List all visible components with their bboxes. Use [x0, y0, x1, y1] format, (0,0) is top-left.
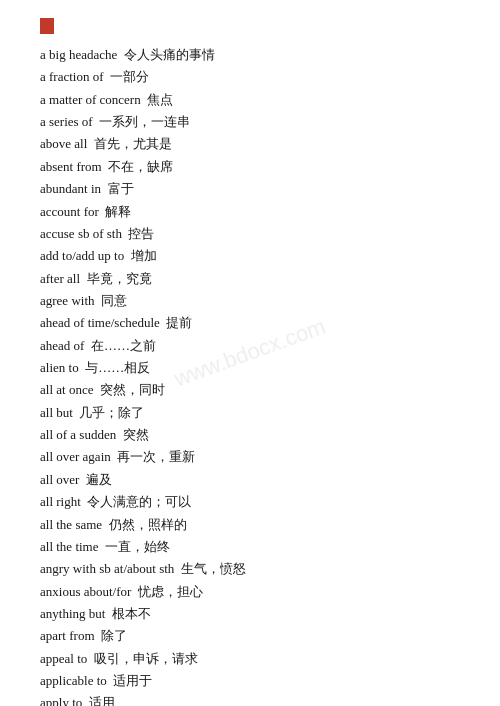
phrase-english: all the same	[40, 517, 109, 532]
phrase-chinese: 仍然，照样的	[109, 517, 187, 532]
phrase-chinese: 令人满意的；可以	[87, 494, 191, 509]
phrase-chinese: 适用	[89, 695, 115, 706]
phrase-english: after all	[40, 271, 87, 286]
phrase-english: account for	[40, 204, 105, 219]
list-item: account for 解释	[40, 201, 460, 223]
phrase-english: all at once	[40, 382, 100, 397]
phrase-english: ahead of	[40, 338, 91, 353]
list-item: absent from 不在，缺席	[40, 156, 460, 178]
list-item: apart from 除了	[40, 625, 460, 647]
phrase-english: all over again	[40, 449, 117, 464]
phrase-chinese: 生气，愤怒	[181, 561, 246, 576]
phrase-chinese: 富于	[108, 181, 134, 196]
list-item: all of a sudden 突然	[40, 424, 460, 446]
phrase-chinese: 提前	[166, 315, 192, 330]
list-item: ahead of time/schedule 提前	[40, 312, 460, 334]
phrase-english: all the time	[40, 539, 105, 554]
phrase-english: agree with	[40, 293, 101, 308]
list-item: angry with sb at/about sth 生气，愤怒	[40, 558, 460, 580]
phrase-chinese: 不在，缺席	[108, 159, 173, 174]
phrase-english: apart from	[40, 628, 101, 643]
phrase-english: alien to	[40, 360, 85, 375]
phrase-english: all right	[40, 494, 87, 509]
phrase-english: appeal to	[40, 651, 94, 666]
phrase-chinese: 一系列，一连串	[99, 114, 190, 129]
phrase-chinese: 焦点	[147, 92, 173, 107]
list-item: anxious about/for 忧虑，担心	[40, 581, 460, 603]
phrase-chinese: 再一次，重新	[117, 449, 195, 464]
phrase-chinese: 控告	[128, 226, 154, 241]
list-item: abundant in 富于	[40, 178, 460, 200]
list-item: appeal to 吸引，申诉，请求	[40, 648, 460, 670]
list-item: all but 几乎；除了	[40, 402, 460, 424]
phrase-chinese: 一直，始终	[105, 539, 170, 554]
list-item: accuse sb of sth 控告	[40, 223, 460, 245]
list-item: a big headache 令人头痛的事情	[40, 44, 460, 66]
phrase-english: ahead of time/schedule	[40, 315, 166, 330]
list-item: add to/add up to 增加	[40, 245, 460, 267]
phrase-chinese: 突然	[123, 427, 149, 442]
phrase-english: abundant in	[40, 181, 108, 196]
phrase-english: apply to	[40, 695, 89, 706]
phrase-english: a big headache	[40, 47, 124, 62]
phrase-chinese: 吸引，申诉，请求	[94, 651, 198, 666]
phrase-chinese: 与……相反	[85, 360, 150, 375]
phrase-chinese: 令人头痛的事情	[124, 47, 215, 62]
list-item: a fraction of 一部分	[40, 66, 460, 88]
phrase-chinese: 首先，尤其是	[94, 136, 172, 151]
list-item: all over 遍及	[40, 469, 460, 491]
phrase-chinese: 毕竟，究竟	[87, 271, 152, 286]
phrase-chinese: 在……之前	[91, 338, 156, 353]
list-item: after all 毕竟，究竟	[40, 268, 460, 290]
phrase-english: a fraction of	[40, 69, 110, 84]
list-item: all the same 仍然，照样的	[40, 514, 460, 536]
list-item: all over again 再一次，重新	[40, 446, 460, 468]
phrase-english: a series of	[40, 114, 99, 129]
phrase-chinese: 根本不	[112, 606, 151, 621]
phrase-chinese: 一部分	[110, 69, 149, 84]
phrase-chinese: 几乎；除了	[79, 405, 144, 420]
phrase-english: all of a sudden	[40, 427, 123, 442]
list-item: applicable to 适用于	[40, 670, 460, 692]
doc-icon	[40, 18, 54, 34]
phrase-english: angry with sb at/about sth	[40, 561, 181, 576]
phrase-english: anxious about/for	[40, 584, 138, 599]
phrase-english: all over	[40, 472, 86, 487]
phrase-chinese: 遍及	[86, 472, 112, 487]
list-item: all at once 突然，同时	[40, 379, 460, 401]
list-item: all right 令人满意的；可以	[40, 491, 460, 513]
list-item: above all 首先，尤其是	[40, 133, 460, 155]
phrase-chinese: 忧虑，担心	[138, 584, 203, 599]
phrase-english: all but	[40, 405, 79, 420]
phrase-chinese: 增加	[131, 248, 157, 263]
phrase-english: anything but	[40, 606, 112, 621]
phrase-english: a matter of concern	[40, 92, 147, 107]
phrase-chinese: 突然，同时	[100, 382, 165, 397]
phrase-chinese: 同意	[101, 293, 127, 308]
list-item: agree with 同意	[40, 290, 460, 312]
phrase-english: above all	[40, 136, 94, 151]
phrase-list: a big headache 令人头痛的事情a fraction of 一部分a…	[40, 44, 460, 706]
phrase-chinese: 解释	[105, 204, 131, 219]
phrase-english: absent from	[40, 159, 108, 174]
phrase-english: applicable to	[40, 673, 113, 688]
list-item: a matter of concern 焦点	[40, 89, 460, 111]
list-item: anything but 根本不	[40, 603, 460, 625]
phrase-chinese: 除了	[101, 628, 127, 643]
list-item: a series of 一系列，一连串	[40, 111, 460, 133]
list-item: all the time 一直，始终	[40, 536, 460, 558]
list-item: apply to 适用	[40, 692, 460, 706]
list-item: alien to 与……相反	[40, 357, 460, 379]
phrase-english: add to/add up to	[40, 248, 131, 263]
phrase-chinese: 适用于	[113, 673, 152, 688]
list-item: ahead of 在……之前	[40, 335, 460, 357]
phrase-english: accuse sb of sth	[40, 226, 128, 241]
